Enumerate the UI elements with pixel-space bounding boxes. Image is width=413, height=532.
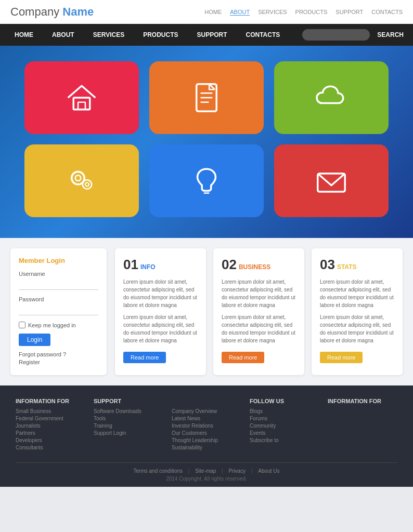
document-icon xyxy=(188,79,225,116)
footer-link[interactable]: Support Login xyxy=(94,430,163,436)
nav-contacts[interactable]: CONTACTS xyxy=(237,24,290,46)
footer-privacy-link[interactable]: Privacy xyxy=(228,468,246,474)
login-button[interactable]: Login xyxy=(19,334,50,346)
username-label: Username xyxy=(19,271,98,277)
svg-point-7 xyxy=(75,176,81,181)
footer-link[interactable]: Journalists xyxy=(16,423,85,429)
info-header-2: 02 BUSINESS xyxy=(222,257,296,273)
envelope-icon xyxy=(313,163,350,199)
info-text-2b: Lorem ipsum dolor sit amet, consectetur … xyxy=(222,313,296,344)
tile-settings[interactable] xyxy=(24,144,139,217)
footer-col-title-1: INFORMATION FOR xyxy=(16,398,85,404)
svg-rect-0 xyxy=(73,98,90,110)
register-link[interactable]: Register xyxy=(19,359,98,365)
footer-link[interactable]: Blogs xyxy=(250,408,319,414)
footer-link[interactable]: Company Overview xyxy=(172,408,241,414)
top-nav-services[interactable]: SERVICES xyxy=(258,9,287,16)
footer-terms-link[interactable]: Terms and conditions xyxy=(134,468,183,474)
footer-col-title-4: FOLLOW US xyxy=(250,398,319,404)
footer-col-title-2: SUPPORT xyxy=(94,398,163,404)
footer-link[interactable]: Forums xyxy=(250,416,319,421)
top-nav-support[interactable]: SUPPORT xyxy=(335,9,363,16)
footer-link[interactable]: Tools xyxy=(94,416,163,421)
footer-link[interactable]: Latest News xyxy=(172,416,241,421)
tile-cloud[interactable] xyxy=(274,61,389,134)
footer-link[interactable]: Consultants xyxy=(16,445,85,450)
main-nav: HOME ABOUT SERVICES PRODUCTS SUPPORT CON… xyxy=(0,24,413,46)
nav-products[interactable]: PRODUCTS xyxy=(134,24,187,46)
footer-col-3: ‌ Company Overview Latest News Investor … xyxy=(172,398,241,452)
search-area: SEARCH xyxy=(302,29,408,41)
top-nav-home[interactable]: HOME xyxy=(204,9,222,16)
footer-col-1: INFORMATION FOR Small Business Federal G… xyxy=(16,398,85,452)
footer-col-2: SUPPORT Software Downloads Tools Trainin… xyxy=(94,398,163,452)
footer-col-title-5: INFORMATION FOR xyxy=(328,398,397,404)
read-more-btn-2[interactable]: Read more xyxy=(222,352,264,363)
footer-link[interactable]: Our Customers xyxy=(172,430,241,436)
tile-document[interactable] xyxy=(149,61,264,134)
search-input[interactable] xyxy=(302,29,370,41)
nav-home[interactable]: HOME xyxy=(5,24,43,46)
footer-link[interactable]: Thought Leadership xyxy=(172,437,241,443)
top-nav: HOME ABOUT SERVICES PRODUCTS SUPPORT CON… xyxy=(204,9,403,16)
footer-link[interactable]: Partners xyxy=(16,430,85,436)
read-more-btn-1[interactable]: Read more xyxy=(123,352,166,363)
login-title: Member Login xyxy=(19,257,98,264)
search-label: SEARCH xyxy=(373,31,408,38)
tile-home[interactable] xyxy=(24,61,139,134)
info-card-1: 01 INFO Lorem ipsum dolor sit amet, cons… xyxy=(115,248,206,375)
login-links: Forgot password ? Register xyxy=(19,351,98,365)
info-text-2a: Lorem ipsum dolor sit amet, consectetur … xyxy=(222,278,296,309)
nav-services[interactable]: SERVICES xyxy=(84,24,134,46)
keep-logged-checkbox[interactable] xyxy=(19,322,25,328)
info-number-2: 02 xyxy=(222,257,237,273)
password-label: Password xyxy=(19,296,98,302)
password-input[interactable] xyxy=(19,304,98,315)
keep-logged-row: Keep me logged in xyxy=(19,322,98,328)
info-header-1: 01 INFO xyxy=(123,257,198,273)
forgot-password-link[interactable]: Forgot password ? xyxy=(19,351,98,357)
bulb-icon xyxy=(188,163,225,199)
footer-link[interactable]: Subscribe to xyxy=(250,437,319,443)
info-label-1: INFO xyxy=(140,263,156,271)
top-nav-contacts[interactable]: CONTACTS xyxy=(371,9,403,16)
footer-link[interactable]: Investor Relations xyxy=(172,423,241,429)
info-text-1b: Lorem ipsum dolor sit amet, consectetur … xyxy=(123,313,198,344)
footer-bottom-links: Terms and conditions | Site-map | Privac… xyxy=(16,468,397,474)
read-more-btn-3[interactable]: Read more xyxy=(320,352,363,363)
tiles-grid xyxy=(24,61,389,217)
svg-point-9 xyxy=(85,183,89,187)
tile-envelope[interactable] xyxy=(274,144,389,217)
footer-link[interactable]: Events xyxy=(250,430,319,436)
info-card-2: 02 BUSINESS Lorem ipsum dolor sit amet, … xyxy=(213,248,304,375)
top-nav-products[interactable]: PRODUCTS xyxy=(295,9,328,16)
keep-logged-label: Keep me logged in xyxy=(28,322,76,328)
footer-link[interactable]: Developers xyxy=(16,437,85,443)
footer-sitemap-link[interactable]: Site-map xyxy=(195,468,216,474)
footer-link[interactable]: Small Business xyxy=(16,408,85,414)
info-text-3b: Lorem ipsum dolor sit amet, consectetur … xyxy=(320,313,394,344)
footer-link[interactable]: Federal Government xyxy=(16,416,85,421)
top-nav-about[interactable]: ABOUT xyxy=(230,9,250,16)
nav-support[interactable]: SUPPORT xyxy=(187,24,236,46)
footer-about-link[interactable]: About Us xyxy=(258,468,279,474)
info-number-1: 01 xyxy=(123,257,138,273)
footer-grid: INFORMATION FOR Small Business Federal G… xyxy=(16,398,397,452)
tile-bulb[interactable] xyxy=(149,144,264,217)
info-card-3: 03 STATS Lorem ipsum dolor sit amet, con… xyxy=(312,248,403,375)
footer-link[interactable]: Software Downloads xyxy=(94,408,163,414)
footer-link[interactable]: Community xyxy=(250,423,319,429)
content-area: Member Login Username Password Keep me l… xyxy=(0,238,413,385)
footer-col-4: FOLLOW US Blogs Forums Community Events … xyxy=(250,398,319,452)
username-input[interactable] xyxy=(19,279,98,290)
info-sections: 01 INFO Lorem ipsum dolor sit amet, cons… xyxy=(115,248,403,375)
home-icon xyxy=(63,79,100,116)
info-text-3a: Lorem ipsum dolor sit amet, consectetur … xyxy=(320,278,394,309)
login-box: Member Login Username Password Keep me l… xyxy=(10,248,107,375)
footer-link[interactable]: Training xyxy=(94,423,163,429)
footer-link[interactable]: Sustainability xyxy=(172,445,241,450)
nav-about[interactable]: ABOUT xyxy=(43,24,84,46)
company-name: Company Name xyxy=(10,5,94,19)
cloud-icon xyxy=(313,79,350,116)
svg-rect-1 xyxy=(78,102,85,110)
